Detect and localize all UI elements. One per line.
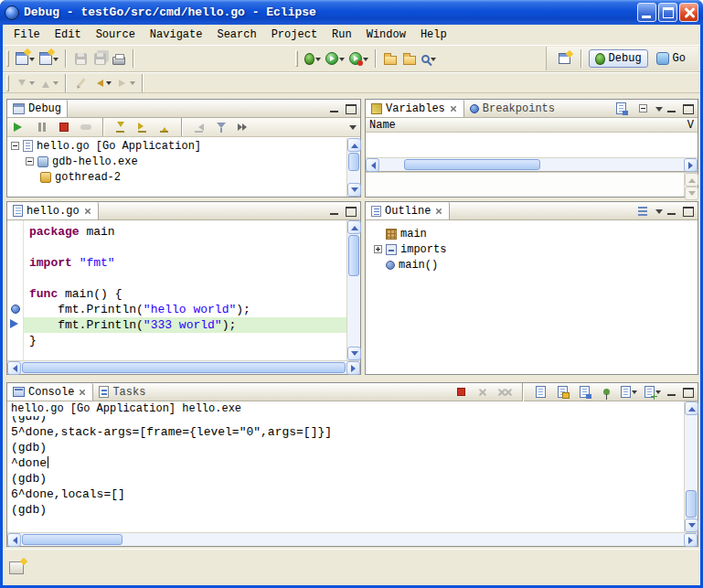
tab-console[interactable]: Console (7, 383, 93, 401)
scroll-left-button[interactable] (366, 158, 379, 172)
toolbar-grip[interactable] (6, 50, 9, 67)
search-button[interactable] (420, 48, 438, 69)
tree-row[interactable]: hello.go [Go Application] (7, 138, 346, 154)
vertical-scrollbar[interactable] (346, 220, 360, 360)
scroll-track[interactable] (347, 234, 360, 347)
previous-annotation-button[interactable] (37, 74, 60, 92)
last-edit-location-button[interactable] (71, 74, 90, 92)
variables-detail-pane[interactable] (366, 173, 698, 197)
outline-tree[interactable]: main imports main() (366, 220, 698, 374)
remove-all-terminated-button[interactable] (495, 381, 515, 403)
display-selected-console-button[interactable] (619, 381, 639, 403)
close-button[interactable] (679, 3, 698, 22)
scroll-up-button[interactable] (347, 220, 361, 234)
menu-edit[interactable]: Edit (48, 27, 89, 43)
use-step-filters-button[interactable] (212, 116, 230, 138)
view-menu-icon[interactable] (655, 209, 663, 218)
minimize-button[interactable] (637, 3, 656, 22)
step-into-button[interactable] (112, 116, 130, 138)
maximize-view-button[interactable] (682, 103, 694, 113)
menu-window[interactable]: Window (359, 27, 413, 43)
next-annotation-button[interactable] (14, 74, 37, 92)
run-button[interactable] (324, 48, 346, 69)
tab-debug[interactable]: Debug (7, 100, 68, 117)
expand-expander-icon[interactable] (374, 245, 382, 253)
scroll-track[interactable] (685, 415, 698, 519)
show-on-output-button[interactable] (575, 381, 593, 403)
scroll-track[interactable] (21, 361, 346, 374)
collapse-expander-icon[interactable] (26, 157, 34, 166)
minimize-view-button[interactable] (666, 103, 678, 113)
maximize-view-button[interactable] (345, 206, 357, 216)
close-tab-icon[interactable] (450, 105, 457, 112)
breakpoint-icon[interactable] (11, 305, 20, 314)
scroll-up-button[interactable] (347, 138, 361, 152)
perspective-go-button[interactable]: Go (651, 50, 691, 67)
pin-console-button[interactable] (597, 381, 615, 403)
toolbar-grip[interactable] (295, 50, 298, 67)
scroll-thumb[interactable] (22, 362, 346, 373)
tab-outline[interactable]: Outline (366, 202, 450, 219)
minimize-view-button[interactable] (666, 206, 678, 216)
tab-variables[interactable]: Variables (366, 100, 464, 117)
scroll-lock-button[interactable] (553, 381, 571, 403)
open-console-button[interactable] (643, 381, 663, 403)
resume-button[interactable] (11, 116, 29, 138)
tab-breakpoints[interactable]: Breakpoints (464, 100, 560, 117)
debug-tree[interactable]: hello.go [Go Application] gdb-hello.exe … (7, 138, 346, 197)
titlebar[interactable]: Debug - testGo/src/cmd/hello.go - Eclips… (0, 0, 703, 25)
variables-tree[interactable] (366, 133, 698, 157)
tree-row[interactable]: main (366, 226, 698, 241)
toolbar-overflow-button[interactable] (234, 116, 252, 138)
step-return-button[interactable] (155, 116, 174, 138)
vertical-scrollbar[interactable] (684, 401, 698, 532)
terminate-button[interactable] (452, 381, 470, 403)
annotation-ruler[interactable] (7, 220, 24, 360)
scroll-right-button[interactable] (684, 158, 698, 172)
code-area[interactable]: package main import "fmt" func main() { … (24, 220, 346, 360)
new-element-button[interactable] (37, 48, 60, 69)
maximize-button[interactable] (658, 3, 677, 22)
tree-row[interactable]: gothread-2 (7, 169, 346, 185)
menu-help[interactable]: Help (413, 27, 454, 43)
terminate-button[interactable] (55, 116, 73, 138)
clear-console-button[interactable] (531, 381, 549, 403)
scroll-down-button[interactable] (347, 347, 361, 360)
save-all-button[interactable] (91, 48, 109, 69)
horizontal-scrollbar[interactable] (366, 157, 698, 171)
close-tab-icon[interactable] (435, 208, 442, 215)
remove-launch-button[interactable] (474, 381, 492, 403)
menu-search[interactable]: Search (209, 27, 263, 43)
toolbar-grip[interactable] (6, 75, 9, 91)
vertical-scrollbar[interactable] (346, 138, 360, 197)
scroll-left-button[interactable] (7, 533, 21, 547)
scroll-thumb[interactable] (348, 235, 359, 276)
scroll-thumb[interactable] (22, 534, 122, 545)
column-name[interactable]: Name (369, 119, 396, 132)
print-button[interactable] (110, 48, 128, 69)
vertical-scrollbar-disabled[interactable] (684, 173, 698, 197)
scroll-thumb[interactable] (404, 159, 541, 170)
tree-row[interactable]: imports (366, 241, 698, 257)
minimize-view-button[interactable] (329, 103, 341, 113)
menu-file[interactable]: File (6, 27, 48, 43)
horizontal-scrollbar[interactable] (7, 360, 360, 374)
open-resource-button[interactable] (381, 48, 399, 69)
view-menu-icon[interactable] (349, 125, 357, 134)
fast-view-icon[interactable] (9, 561, 24, 574)
back-button[interactable] (91, 74, 113, 92)
column-value[interactable]: V (687, 119, 694, 132)
scroll-track[interactable] (347, 152, 360, 183)
step-over-button[interactable] (133, 116, 152, 138)
minimize-view-button[interactable] (329, 206, 341, 216)
external-tools-button[interactable] (347, 48, 370, 69)
collapse-expander-icon[interactable] (11, 142, 19, 150)
menu-source[interactable]: Source (89, 27, 143, 43)
open-file-button[interactable] (400, 48, 419, 69)
view-menu-icon[interactable] (655, 107, 663, 115)
perspective-debug-button[interactable]: Debug (589, 49, 648, 68)
maximize-view-button[interactable] (345, 103, 357, 113)
scroll-up-button[interactable] (685, 401, 698, 415)
menu-project[interactable]: Project (264, 27, 325, 43)
scroll-down-button[interactable] (347, 183, 361, 197)
